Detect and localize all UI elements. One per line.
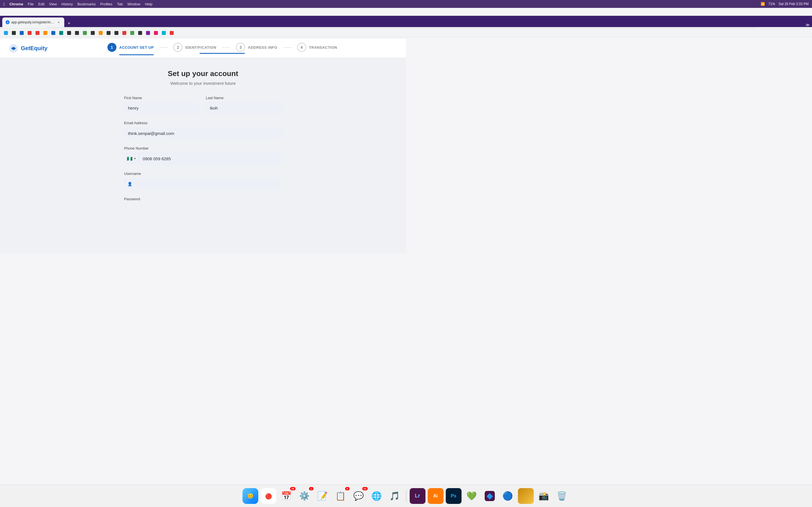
bookmark-12[interactable] — [89, 31, 96, 36]
password-label: Password — [124, 197, 140, 201]
bookmark-20[interactable] — [152, 31, 160, 36]
bookmark-favicon-17 — [130, 31, 134, 35]
bookmark-favicon-8 — [59, 31, 63, 35]
menubar-edit[interactable]: Edit — [38, 2, 45, 6]
phone-input[interactable] — [139, 156, 282, 161]
bookmark-21[interactable] — [160, 31, 167, 36]
active-tab[interactable]: G app.getequity.io/register/investor ✕ — [2, 17, 64, 27]
bookmark-favicon-10 — [75, 31, 79, 35]
twitter-favicon — [4, 31, 8, 35]
bookmark-twitter[interactable] — [2, 31, 10, 36]
menubar-help[interactable]: Help — [145, 2, 153, 6]
bookmark-14[interactable] — [105, 31, 112, 36]
bookmark-4[interactable] — [26, 31, 33, 36]
last-name-label: Last Name — [206, 96, 282, 100]
country-flag-selector[interactable]: 🇳🇬 ▼ — [124, 152, 139, 165]
password-group-partial: Password — [124, 196, 282, 202]
step-2-label: IDENTIFICATION — [185, 45, 216, 50]
bookmark-11[interactable] — [81, 31, 89, 36]
new-tab-button[interactable]: + — [66, 20, 71, 27]
step-connector-3-4 — [283, 47, 292, 48]
menubar-history[interactable]: History — [61, 2, 73, 6]
bookmark-22[interactable] — [168, 31, 175, 36]
last-name-input[interactable] — [206, 102, 282, 114]
username-person-icon: 👤 — [128, 182, 132, 186]
bookmark-5[interactable] — [34, 31, 41, 36]
step-connector-1-2 — [159, 47, 168, 48]
step-connector-2-3 — [222, 47, 231, 48]
apple-menu[interactable]:  — [3, 2, 5, 6]
menubar-view[interactable]: View — [49, 2, 57, 6]
bookmark-favicon-2 — [12, 31, 16, 35]
bookmark-favicon-11 — [83, 31, 87, 35]
phone-group: Phone Number 🇳🇬 ▼ — [124, 146, 282, 165]
bookmark-favicon-19 — [146, 31, 150, 35]
form-container: Set up your account Welcome to your inve… — [118, 69, 288, 202]
username-label: Username — [124, 172, 141, 176]
bookmark-19[interactable] — [144, 31, 152, 36]
bookmark-7[interactable] — [50, 31, 57, 36]
logo-area: GetEquity — [9, 44, 47, 53]
bookmark-10[interactable] — [73, 31, 81, 36]
chrome-tabbar: G app.getequity.io/register/investor ✕ +… — [0, 16, 406, 27]
bookmark-favicon-7 — [51, 31, 55, 35]
first-name-input[interactable] — [124, 102, 200, 114]
bookmark-favicon-14 — [107, 31, 110, 35]
menubar-app[interactable]: Chrome — [9, 2, 23, 6]
bookmark-favicon-5 — [36, 31, 40, 35]
bookmark-favicon-21 — [162, 31, 166, 35]
step-3-label: ADDRESS INFO — [248, 45, 277, 50]
menubar-bookmarks[interactable]: Bookmarks — [77, 2, 96, 6]
logo-text: GetEquity — [21, 45, 47, 52]
bookmark-18[interactable] — [137, 31, 144, 36]
bookmark-8[interactable] — [57, 31, 65, 36]
bookmark-15[interactable] — [113, 31, 120, 36]
bookmark-2[interactable] — [10, 31, 17, 36]
bookmark-favicon-20 — [154, 31, 158, 35]
menubar-profiles[interactable]: Profiles — [100, 2, 112, 6]
bookmark-17[interactable] — [129, 31, 136, 36]
getequity-logo-icon — [9, 44, 18, 53]
first-name-group: First Name — [124, 96, 200, 114]
menubar-file[interactable]: File — [28, 2, 34, 6]
bookmark-16[interactable] — [121, 31, 128, 36]
step-3[interactable]: 3 ADDRESS INFO — [231, 43, 283, 52]
bookmark-13[interactable] — [97, 31, 104, 36]
bookmark-favicon-12 — [91, 31, 95, 35]
bookmark-favicon-18 — [138, 31, 142, 35]
bookmark-favicon-3 — [20, 31, 24, 35]
bookmark-favicon-22 — [170, 31, 174, 35]
step-2[interactable]: 2 IDENTIFICATION — [168, 43, 222, 52]
step-4-label: TRANSACTION — [309, 45, 337, 50]
bookmark-favicon-6 — [43, 31, 47, 35]
email-input[interactable] — [124, 127, 282, 139]
bookmark-favicon-9 — [67, 31, 71, 35]
phone-label: Phone Number — [124, 146, 149, 151]
bookmarks-bar — [0, 29, 406, 37]
form-subtitle: Welcome to your investment future — [124, 81, 282, 86]
step-1-label: ACCOUNT SET UP — [119, 45, 154, 50]
menubar:  Chrome File Edit View History Bookmark… — [0, 0, 406, 8]
first-name-label: First Name — [124, 96, 200, 100]
step-active-underline — [200, 53, 245, 54]
stepper-wrapper: 1 ACCOUNT SET UP 2 IDENTIFICATION 3 ADDR… — [47, 43, 397, 54]
phone-wrapper: 🇳🇬 ▼ — [124, 152, 282, 165]
bookmark-3[interactable] — [18, 31, 26, 36]
step-1[interactable]: 1 ACCOUNT SET UP — [102, 43, 160, 52]
bookmark-6[interactable] — [42, 31, 49, 36]
username-wrapper: 👤 — [124, 178, 282, 190]
step-4[interactable]: 4 TRANSACTION — [292, 43, 343, 52]
username-input[interactable] — [135, 182, 278, 186]
username-group: Username 👤 — [124, 171, 282, 190]
app-header: GetEquity 1 ACCOUNT SET UP 2 IDENTIFICAT… — [0, 39, 406, 58]
bookmark-9[interactable] — [65, 31, 73, 36]
tab-close-button[interactable]: ✕ — [56, 20, 61, 24]
bookmark-favicon-13 — [99, 31, 103, 35]
step-3-circle: 3 — [236, 43, 245, 52]
step-4-circle: 4 — [297, 43, 306, 52]
step-2-circle: 2 — [173, 43, 183, 52]
step-1-circle: 1 — [107, 43, 116, 52]
menubar-tab[interactable]: Tab — [117, 2, 123, 6]
email-group: Email Address — [124, 120, 282, 139]
menubar-window[interactable]: Window — [128, 2, 140, 6]
